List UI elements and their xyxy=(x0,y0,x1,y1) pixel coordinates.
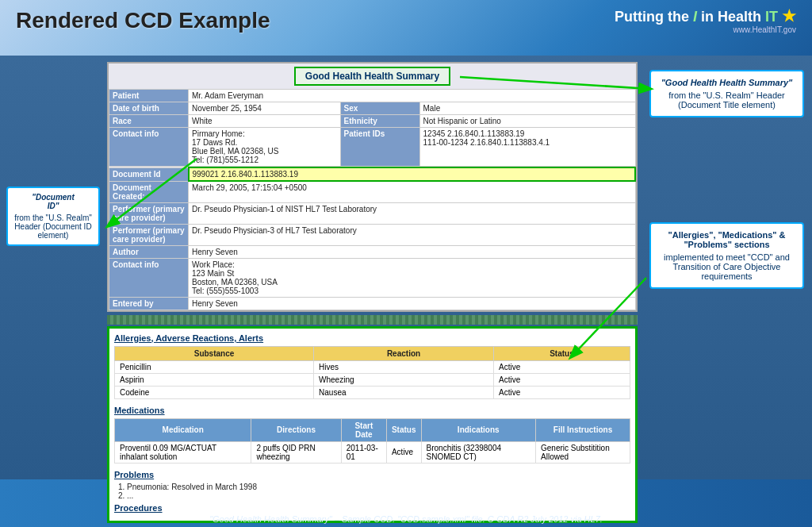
label-performer2: Performer (primary care provider) xyxy=(109,224,189,245)
allergies-title: Allergies, Adverse Reactions, Alerts xyxy=(114,333,630,343)
logo-website: www.HealthIT.gov xyxy=(615,25,796,34)
label-contact2: Contact info xyxy=(109,258,189,297)
label-sex: Sex xyxy=(340,102,419,115)
value-patient-ids: 12345 2.16.840.1.113883.19 111-00-1234 2… xyxy=(419,128,635,167)
med-status: Active xyxy=(386,441,421,463)
allergy-header-status: Status xyxy=(493,346,630,360)
right-annotation-box: "Good Health Health Summary" from the "U… xyxy=(649,70,804,117)
allergy-header-substance: Substance xyxy=(115,346,314,360)
right-annotation-body: from the "U.S. Realm" Header (Document T… xyxy=(657,90,796,110)
allergy-substance: Aspirin xyxy=(115,373,314,386)
med-header-directions: Directions xyxy=(251,418,341,441)
med-header-medication: Medication xyxy=(115,418,251,441)
table-row: Performer (primary care provider) Dr. Ps… xyxy=(109,202,636,224)
value-author: Henry Seven xyxy=(189,245,636,258)
logo-prefix: Putting the xyxy=(615,9,693,25)
problems-list: Pneumonia: Resolved in March 1998... xyxy=(114,483,630,500)
value-ethnicity: Not Hispanic or Latino xyxy=(419,115,635,128)
problems-title: Problems xyxy=(114,470,630,479)
label-patient-ids: Patient IDs xyxy=(340,128,419,167)
left-annotation-body: from the "U.S. Realm" Header (Document I… xyxy=(13,213,94,240)
med-medication: Proventil 0.09 MG/ACTUAT inhalant soluti… xyxy=(115,441,251,463)
value-doc-created: March 29, 2005, 17:15:04 +0500 xyxy=(189,181,636,202)
table-row: Entered by Henry Seven xyxy=(109,297,636,310)
allergy-status: Active xyxy=(493,360,630,373)
med-header-fill: Fill Instructions xyxy=(536,418,630,441)
logo-i: I xyxy=(693,9,697,25)
procedures-title: Procedures xyxy=(114,503,630,513)
allergy-header-reaction: Reaction xyxy=(314,346,494,360)
ccd-title-box: Good Health Health Summary xyxy=(294,67,450,86)
logo-star: ★ xyxy=(782,7,796,25)
logo-text: Putting the I in Health IT ★ xyxy=(615,6,796,25)
allergy-table: Substance Reaction Status Penicillin Hiv… xyxy=(114,346,630,399)
value-entered-by: Henry Seven xyxy=(189,297,636,310)
mid-annotation-line2: "Problems" sections xyxy=(657,240,796,249)
value-race: White xyxy=(189,115,341,128)
allergy-reaction: Wheezing xyxy=(314,373,494,386)
table-row: Author Henry Seven xyxy=(109,245,636,258)
table-row: Document Id 999021 2.16.840.1.113883.19 xyxy=(109,167,636,181)
ccd-title-row: Good Health Health Summary xyxy=(109,63,636,89)
document-id-table: Document Id 999021 2.16.840.1.113883.19 … xyxy=(109,167,636,310)
label-patient: Patient xyxy=(109,90,189,102)
medications-title: Medications xyxy=(114,406,630,415)
label-doc-created: Document Created: xyxy=(109,181,189,202)
sections-panel: Allergies, Adverse Reactions, Alerts Sub… xyxy=(107,326,638,523)
table-row: Document Created: March 29, 2005, 17:15:… xyxy=(109,181,636,202)
table-row: Race White Ethnicity Not Hispanic or Lat… xyxy=(109,115,636,128)
label-race: Race xyxy=(109,115,189,128)
table-row: Date of birth November 25, 1954 Sex Male xyxy=(109,102,636,115)
logo: Putting the I in Health IT ★ www.HealthI… xyxy=(615,6,796,34)
label-dob: Date of birth xyxy=(109,102,189,115)
right-annotation-title: "Good Health Health Summary" xyxy=(657,78,796,87)
ccd-panel: Good Health Health Summary Patient Mr. A… xyxy=(107,62,638,312)
problem-item: Pneumonia: Resolved in March 1998 xyxy=(127,483,630,491)
logo-it: IT xyxy=(765,9,778,25)
logo-middle: in Health xyxy=(701,9,761,25)
main-content-area: Good Health Health Summary Patient Mr. A… xyxy=(107,62,638,492)
allergy-reaction: Hives xyxy=(314,360,494,373)
med-fill: Generic Substitition Allowed xyxy=(536,441,630,463)
table-row: Contact info Work Place: 123 Main St Bos… xyxy=(109,258,636,297)
allergy-header-row: Substance Reaction Status xyxy=(115,346,630,360)
value-contact: Pirmary Home: 17 Daws Rd. Blue Bell, MA … xyxy=(189,128,341,167)
med-start-date: 2011-03-01 xyxy=(341,441,386,463)
patient-info-table: Patient Mr. Adam Everyman Date of birth … xyxy=(109,89,636,167)
med-header-status: Status xyxy=(386,418,421,441)
allergy-data-row: Codeine Nausea Active xyxy=(115,386,630,398)
label-entered-by: Entered by xyxy=(109,297,189,310)
med-directions: 2 puffs QID PRN wheezing xyxy=(251,441,341,463)
allergy-status: Active xyxy=(493,373,630,386)
left-annotation-title: "DocumentID" xyxy=(13,193,94,210)
problem-item: ... xyxy=(127,491,630,500)
page-title: Rendered CCD Example xyxy=(16,8,270,33)
med-header-start-date: Start Date xyxy=(341,418,386,441)
label-doc-id: Document Id xyxy=(109,167,189,181)
med-header-indications: Indications xyxy=(421,418,536,441)
label-ethnicity: Ethnicity xyxy=(340,115,419,128)
allergy-status: Active xyxy=(493,386,630,398)
value-sex: Male xyxy=(419,102,635,115)
left-annotation-box: "DocumentID" from the "U.S. Realm" Heade… xyxy=(6,187,100,246)
value-patient: Mr. Adam Everyman xyxy=(189,90,636,102)
value-performer2: Dr. Pseudo Physician-3 of HL7 Test Labor… xyxy=(189,224,636,245)
label-author: Author xyxy=(109,245,189,258)
allergy-data-row: Penicillin Hives Active xyxy=(115,360,630,373)
value-performer1: Dr. Pseudo Physician-1 of NIST HL7 Test … xyxy=(189,202,636,224)
ccd-title-text: Good Health Health Summary xyxy=(305,71,439,82)
allergy-substance: Penicillin xyxy=(115,360,314,373)
mid-annotation-line3: implemented to meet "CCD" and Transition… xyxy=(657,252,796,281)
value-doc-id: 999021 2.16.840.1.113883.19 xyxy=(189,167,636,181)
label-performer1: Performer (primary care provider) xyxy=(109,202,189,224)
label-contact: Contact info xyxy=(109,128,189,167)
med-header-row: Medication Directions Start Date Status … xyxy=(115,418,630,441)
allergy-substance: Codeine xyxy=(115,386,314,398)
wavy-divider xyxy=(107,315,638,325)
med-data-row: Proventil 0.09 MG/ACTUAT inhalant soluti… xyxy=(115,441,630,463)
page-footer: "Good Health Health Summary" – Sample CC… xyxy=(0,514,812,524)
allergy-reaction: Nausea xyxy=(314,386,494,398)
table-row: Patient Mr. Adam Everyman xyxy=(109,90,636,102)
mid-annotation-line1: "Allergies", "Medications" & xyxy=(657,230,796,240)
medications-table: Medication Directions Start Date Status … xyxy=(114,418,630,464)
